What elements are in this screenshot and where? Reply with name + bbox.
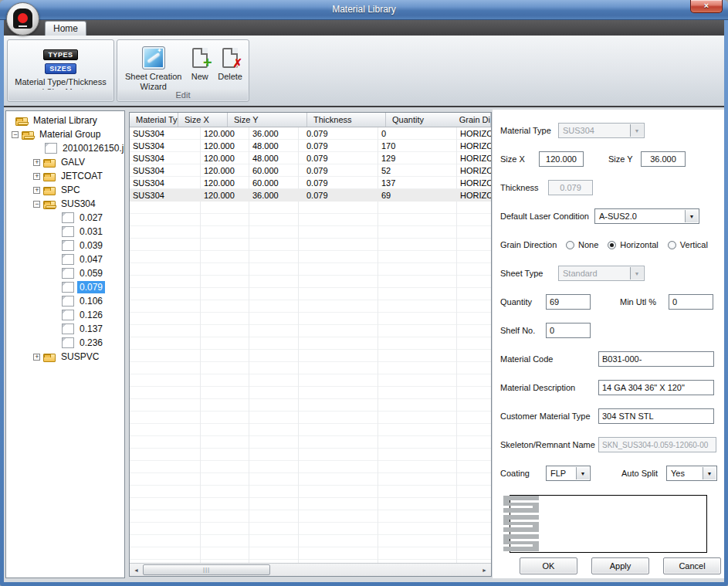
cancel-button[interactable]: Cancel bbox=[663, 557, 721, 574]
tree-expander-icon[interactable] bbox=[12, 131, 19, 138]
ok-button[interactable]: OK bbox=[520, 557, 577, 574]
cell-material-type: SUS304 bbox=[130, 127, 200, 140]
tree-item[interactable]: 0.031 bbox=[6, 225, 124, 239]
tree-item-label: 0.039 bbox=[77, 239, 105, 252]
tab-home[interactable]: Home bbox=[45, 21, 86, 36]
tree-item[interactable]: JETCOAT bbox=[6, 169, 124, 183]
wizard-label-line1: Sheet Creation bbox=[125, 72, 181, 82]
cell-thickness: 0.079 bbox=[298, 177, 378, 189]
tree-expander-icon[interactable] bbox=[33, 187, 40, 194]
tree-item[interactable]: 20100126150.jka bbox=[6, 141, 124, 155]
customer-material-type-input[interactable] bbox=[598, 408, 714, 424]
material-master-button[interactable]: TYPES SIZES Material Type/Thickness and … bbox=[8, 40, 113, 97]
tree-node-icon bbox=[43, 159, 56, 168]
close-button[interactable]: × bbox=[690, 0, 723, 13]
tree-node-icon bbox=[62, 226, 74, 237]
cell-grain-direction: HORIZO bbox=[456, 152, 491, 164]
tree-node-icon bbox=[62, 240, 74, 251]
tree-item-label: 0.079 bbox=[77, 281, 105, 293]
app-logo-icon[interactable] bbox=[6, 2, 39, 36]
tree-node-icon bbox=[43, 354, 56, 362]
table-header-cell[interactable]: Material Type bbox=[130, 113, 178, 127]
tree-item[interactable]: 0.137 bbox=[6, 322, 124, 336]
new-button[interactable]: + New bbox=[191, 44, 208, 92]
quantity-input[interactable] bbox=[546, 294, 591, 310]
sheet-creation-wizard-button[interactable]: Sheet Creation Wizard bbox=[125, 44, 181, 92]
size-y-label: Size Y bbox=[608, 154, 641, 164]
scrollbar-thumb[interactable]: ||| bbox=[143, 564, 270, 575]
table-row[interactable]: SUS304 120.000 48.000 0.079 170 HORIZO bbox=[130, 140, 491, 152]
grain-radio[interactable]: Horizontal bbox=[608, 240, 659, 249]
min-utl-input[interactable] bbox=[669, 294, 713, 310]
coating-label: Coating bbox=[500, 469, 538, 478]
coating-select[interactable]: FLP ▼ bbox=[546, 466, 591, 481]
new-label: New bbox=[191, 72, 208, 82]
size-y-input[interactable] bbox=[641, 151, 686, 167]
tree-node-icon bbox=[62, 282, 74, 293]
cell-quantity: 0 bbox=[378, 127, 456, 140]
tree-item[interactable]: 0.027 bbox=[6, 211, 124, 225]
table-body: SUS304 120.000 36.000 0.079 0 HORIZO SUS… bbox=[130, 127, 491, 563]
scroll-right-icon[interactable]: ► bbox=[478, 564, 491, 576]
tree-item[interactable]: 0.039 bbox=[6, 239, 124, 252]
apply-button[interactable]: Apply bbox=[591, 557, 649, 574]
table-row[interactable]: SUS304 120.000 36.000 0.079 69 HORIZO bbox=[130, 189, 491, 202]
material-code-input[interactable] bbox=[598, 351, 714, 367]
cell-size-x: 120.000 bbox=[200, 164, 249, 177]
tree-expander-icon[interactable] bbox=[33, 173, 40, 180]
material-description-input[interactable] bbox=[598, 380, 714, 395]
tree-node-icon bbox=[62, 310, 74, 320]
laser-condition-select[interactable]: A-SUS2.0 ▼ bbox=[594, 208, 699, 224]
tree-item[interactable]: 0.126 bbox=[6, 308, 124, 322]
tree-expander-icon[interactable] bbox=[33, 159, 40, 166]
tree-item[interactable]: Material Group bbox=[6, 127, 124, 141]
table-header-cell[interactable]: Grain Di bbox=[453, 113, 491, 127]
scrollbar-track[interactable] bbox=[270, 564, 478, 576]
tree-item[interactable]: 0.106 bbox=[6, 294, 124, 308]
material-tree: Material Library Material Group 20100126… bbox=[5, 110, 125, 578]
grain-radio[interactable]: Vertical bbox=[668, 240, 708, 249]
customer-material-type-label: Customer Material Type bbox=[500, 412, 598, 421]
tree-item-label: 0.059 bbox=[77, 267, 105, 279]
tree-node-icon bbox=[15, 117, 28, 126]
tree-item[interactable]: Material Library bbox=[6, 113, 124, 127]
tree-item[interactable]: 0.059 bbox=[6, 266, 124, 280]
ribbon-tabstrip: Home bbox=[4, 20, 724, 36]
tree-item[interactable]: SUS304 bbox=[6, 197, 124, 211]
tree-expander-icon[interactable] bbox=[33, 354, 40, 361]
grain-radio[interactable]: None bbox=[566, 240, 598, 249]
tree-node-icon bbox=[62, 254, 74, 265]
auto-split-select[interactable]: Yes ▼ bbox=[666, 466, 717, 481]
table-header-cell[interactable]: Quantity bbox=[386, 113, 453, 127]
tree-item-label: JETCOAT bbox=[59, 170, 105, 182]
table-row[interactable]: SUS304 120.000 36.000 0.079 0 HORIZO bbox=[130, 127, 491, 140]
scroll-left-icon[interactable]: ◄ bbox=[130, 564, 143, 576]
tree-item-label: 20100126150.jka bbox=[60, 142, 125, 154]
tree-item[interactable]: 0.047 bbox=[6, 252, 124, 266]
horizontal-scrollbar[interactable]: ◄ ||| ► bbox=[130, 563, 491, 576]
chevron-down-icon: ▼ bbox=[703, 467, 716, 479]
tree-item[interactable]: SUSPVC bbox=[6, 350, 124, 364]
table-header-cell[interactable]: Thickness bbox=[307, 113, 386, 127]
tree-expander-icon[interactable] bbox=[33, 201, 40, 208]
table-header-cell[interactable]: Size Y bbox=[228, 113, 307, 127]
tree-item[interactable]: SPC bbox=[6, 183, 124, 197]
table-row[interactable]: SUS304 120.000 60.000 0.079 137 HORIZO bbox=[130, 177, 491, 189]
cell-grain-direction: HORIZO bbox=[456, 177, 491, 189]
grain-radio-group: None Horizontal Vertical bbox=[566, 240, 717, 249]
table-header-row: Material Type Size X Size Y Thickness Qu… bbox=[130, 113, 491, 127]
cell-grain-direction: HORIZO bbox=[456, 140, 491, 152]
table-header-cell[interactable]: Size X bbox=[178, 113, 228, 127]
delete-button[interactable]: ✗ Delete bbox=[218, 44, 242, 92]
material-code-label: Material Code bbox=[500, 354, 598, 364]
shelf-no-input[interactable] bbox=[546, 323, 591, 338]
tree-item[interactable]: 0.236 bbox=[6, 336, 124, 350]
table-row[interactable]: SUS304 120.000 60.000 0.079 52 HORIZO bbox=[130, 164, 491, 177]
size-x-input[interactable] bbox=[539, 151, 584, 167]
tree-item[interactable]: 0.079 bbox=[6, 280, 124, 294]
table-row[interactable]: SUS304 120.000 48.000 0.079 129 HORIZO bbox=[130, 152, 491, 164]
cell-quantity: 170 bbox=[378, 140, 456, 152]
sheet-preview bbox=[500, 493, 716, 555]
tree-item[interactable]: GALV bbox=[6, 155, 124, 169]
window-title: Material Library bbox=[0, 4, 728, 15]
